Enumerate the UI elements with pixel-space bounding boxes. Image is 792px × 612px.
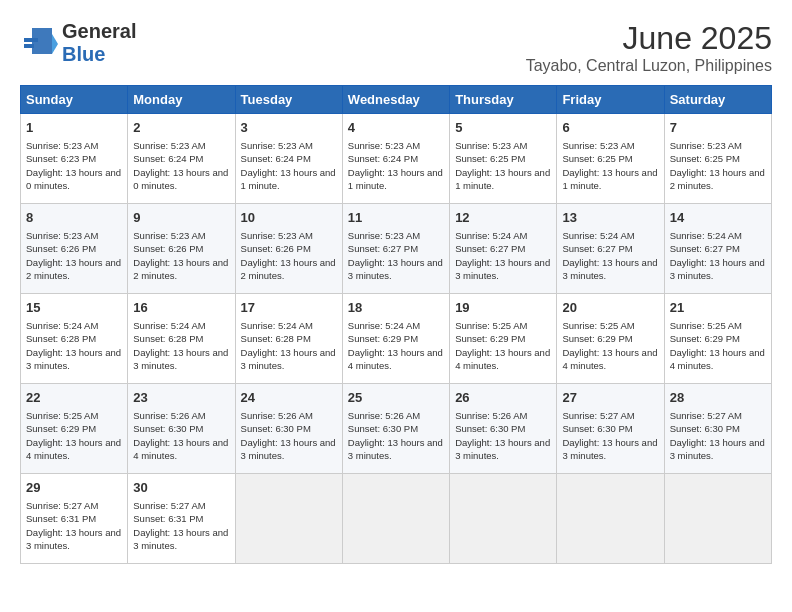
day-number: 19	[455, 299, 551, 317]
daylight: Daylight: 13 hours and 1 minute.	[562, 167, 657, 191]
calendar-cell: 17Sunrise: 5:24 AMSunset: 6:28 PMDayligh…	[235, 294, 342, 384]
daylight: Daylight: 13 hours and 1 minute.	[241, 167, 336, 191]
day-number: 21	[670, 299, 766, 317]
sunset: Sunset: 6:26 PM	[133, 243, 203, 254]
sunset: Sunset: 6:28 PM	[133, 333, 203, 344]
day-info: Sunrise: 5:23 AMSunset: 6:26 PMDaylight:…	[26, 229, 122, 282]
calendar-cell: 13Sunrise: 5:24 AMSunset: 6:27 PMDayligh…	[557, 204, 664, 294]
calendar-cell: 16Sunrise: 5:24 AMSunset: 6:28 PMDayligh…	[128, 294, 235, 384]
daylight: Daylight: 13 hours and 1 minute.	[455, 167, 550, 191]
day-number: 29	[26, 479, 122, 497]
day-number: 12	[455, 209, 551, 227]
sunset: Sunset: 6:27 PM	[455, 243, 525, 254]
day-info: Sunrise: 5:24 AMSunset: 6:27 PMDaylight:…	[562, 229, 658, 282]
weekday-header: Monday	[128, 86, 235, 114]
day-number: 10	[241, 209, 337, 227]
sunrise: Sunrise: 5:27 AM	[26, 500, 98, 511]
sunset: Sunset: 6:25 PM	[670, 153, 740, 164]
sunset: Sunset: 6:30 PM	[455, 423, 525, 434]
daylight: Daylight: 13 hours and 1 minute.	[348, 167, 443, 191]
day-number: 26	[455, 389, 551, 407]
calendar-cell: 23Sunrise: 5:26 AMSunset: 6:30 PMDayligh…	[128, 384, 235, 474]
day-info: Sunrise: 5:23 AMSunset: 6:27 PMDaylight:…	[348, 229, 444, 282]
logo-blue-text: Blue	[62, 43, 136, 66]
svg-rect-2	[24, 38, 38, 42]
calendar-cell: 25Sunrise: 5:26 AMSunset: 6:30 PMDayligh…	[342, 384, 449, 474]
weekday-header: Sunday	[21, 86, 128, 114]
sunset: Sunset: 6:29 PM	[348, 333, 418, 344]
daylight: Daylight: 13 hours and 3 minutes.	[562, 257, 657, 281]
day-number: 1	[26, 119, 122, 137]
sunset: Sunset: 6:30 PM	[241, 423, 311, 434]
day-number: 27	[562, 389, 658, 407]
calendar-cell: 30Sunrise: 5:27 AMSunset: 6:31 PMDayligh…	[128, 474, 235, 564]
calendar-cell: 11Sunrise: 5:23 AMSunset: 6:27 PMDayligh…	[342, 204, 449, 294]
day-info: Sunrise: 5:27 AMSunset: 6:31 PMDaylight:…	[26, 499, 122, 552]
sunset: Sunset: 6:30 PM	[348, 423, 418, 434]
daylight: Daylight: 13 hours and 3 minutes.	[26, 527, 121, 551]
daylight: Daylight: 13 hours and 4 minutes.	[348, 347, 443, 371]
day-info: Sunrise: 5:23 AMSunset: 6:24 PMDaylight:…	[133, 139, 229, 192]
daylight: Daylight: 13 hours and 2 minutes.	[670, 167, 765, 191]
calendar-cell: 24Sunrise: 5:26 AMSunset: 6:30 PMDayligh…	[235, 384, 342, 474]
svg-marker-1	[52, 34, 58, 54]
daylight: Daylight: 13 hours and 4 minutes.	[670, 347, 765, 371]
sunrise: Sunrise: 5:23 AM	[348, 140, 420, 151]
day-info: Sunrise: 5:26 AMSunset: 6:30 PMDaylight:…	[455, 409, 551, 462]
calendar-week-row: 1Sunrise: 5:23 AMSunset: 6:23 PMDaylight…	[21, 114, 772, 204]
calendar-cell	[664, 474, 771, 564]
calendar-cell	[450, 474, 557, 564]
sunset: Sunset: 6:30 PM	[670, 423, 740, 434]
sunrise: Sunrise: 5:25 AM	[562, 320, 634, 331]
sunrise: Sunrise: 5:24 AM	[670, 230, 742, 241]
sunset: Sunset: 6:27 PM	[562, 243, 632, 254]
daylight: Daylight: 13 hours and 3 minutes.	[455, 437, 550, 461]
daylight: Daylight: 13 hours and 3 minutes.	[670, 257, 765, 281]
daylight: Daylight: 13 hours and 4 minutes.	[455, 347, 550, 371]
sunset: Sunset: 6:24 PM	[348, 153, 418, 164]
sunrise: Sunrise: 5:24 AM	[26, 320, 98, 331]
sunset: Sunset: 6:27 PM	[348, 243, 418, 254]
sunset: Sunset: 6:31 PM	[26, 513, 96, 524]
day-number: 8	[26, 209, 122, 227]
calendar-week-row: 8Sunrise: 5:23 AMSunset: 6:26 PMDaylight…	[21, 204, 772, 294]
day-info: Sunrise: 5:26 AMSunset: 6:30 PMDaylight:…	[241, 409, 337, 462]
day-number: 6	[562, 119, 658, 137]
sunset: Sunset: 6:24 PM	[133, 153, 203, 164]
calendar-cell: 22Sunrise: 5:25 AMSunset: 6:29 PMDayligh…	[21, 384, 128, 474]
sunset: Sunset: 6:27 PM	[670, 243, 740, 254]
sunset: Sunset: 6:26 PM	[241, 243, 311, 254]
calendar-cell: 19Sunrise: 5:25 AMSunset: 6:29 PMDayligh…	[450, 294, 557, 384]
calendar-cell: 27Sunrise: 5:27 AMSunset: 6:30 PMDayligh…	[557, 384, 664, 474]
daylight: Daylight: 13 hours and 0 minutes.	[133, 167, 228, 191]
daylight: Daylight: 13 hours and 4 minutes.	[133, 437, 228, 461]
daylight: Daylight: 13 hours and 3 minutes.	[455, 257, 550, 281]
calendar-cell: 14Sunrise: 5:24 AMSunset: 6:27 PMDayligh…	[664, 204, 771, 294]
day-number: 4	[348, 119, 444, 137]
calendar-cell: 21Sunrise: 5:25 AMSunset: 6:29 PMDayligh…	[664, 294, 771, 384]
page-header: General Blue June 2025 Tayabo, Central L…	[20, 20, 772, 75]
day-number: 28	[670, 389, 766, 407]
day-info: Sunrise: 5:23 AMSunset: 6:25 PMDaylight:…	[562, 139, 658, 192]
daylight: Daylight: 13 hours and 3 minutes.	[241, 347, 336, 371]
weekday-header: Saturday	[664, 86, 771, 114]
day-info: Sunrise: 5:23 AMSunset: 6:24 PMDaylight:…	[241, 139, 337, 192]
sunrise: Sunrise: 5:23 AM	[26, 230, 98, 241]
calendar-cell	[342, 474, 449, 564]
daylight: Daylight: 13 hours and 2 minutes.	[241, 257, 336, 281]
sunrise: Sunrise: 5:25 AM	[455, 320, 527, 331]
daylight: Daylight: 13 hours and 3 minutes.	[133, 347, 228, 371]
day-number: 15	[26, 299, 122, 317]
day-info: Sunrise: 5:25 AMSunset: 6:29 PMDaylight:…	[562, 319, 658, 372]
daylight: Daylight: 13 hours and 3 minutes.	[133, 527, 228, 551]
calendar-cell: 15Sunrise: 5:24 AMSunset: 6:28 PMDayligh…	[21, 294, 128, 384]
sunset: Sunset: 6:23 PM	[26, 153, 96, 164]
day-info: Sunrise: 5:27 AMSunset: 6:30 PMDaylight:…	[670, 409, 766, 462]
day-number: 25	[348, 389, 444, 407]
sunrise: Sunrise: 5:25 AM	[670, 320, 742, 331]
day-info: Sunrise: 5:25 AMSunset: 6:29 PMDaylight:…	[26, 409, 122, 462]
sunrise: Sunrise: 5:26 AM	[241, 410, 313, 421]
day-info: Sunrise: 5:24 AMSunset: 6:28 PMDaylight:…	[26, 319, 122, 372]
calendar-cell: 9Sunrise: 5:23 AMSunset: 6:26 PMDaylight…	[128, 204, 235, 294]
svg-rect-3	[24, 44, 34, 48]
